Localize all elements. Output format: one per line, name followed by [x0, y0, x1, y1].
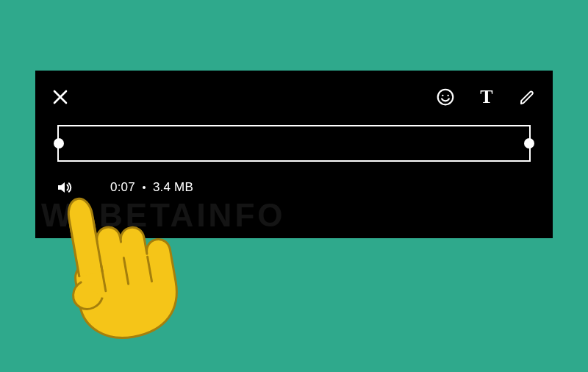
separator-dot [143, 186, 146, 189]
video-info-row: 0:07 3.4 MB [54, 178, 534, 197]
video-info-text: 0:07 3.4 MB [110, 180, 193, 195]
trim-end-handle[interactable] [524, 138, 534, 149]
emoji-icon[interactable] [435, 87, 456, 107]
editor-toolbar: T [50, 82, 538, 112]
stage: WABETAINFO [0, 0, 588, 372]
video-trim-track[interactable] [57, 125, 531, 162]
trim-start-handle[interactable] [54, 138, 64, 149]
editor-panel: WABETAINFO [35, 71, 553, 238]
draw-pencil-icon[interactable] [517, 87, 538, 107]
text-tool-icon[interactable]: T [476, 87, 497, 107]
video-file-size: 3.4 MB [153, 180, 193, 195]
svg-point-2 [438, 90, 453, 105]
sound-toggle-icon[interactable] [54, 178, 74, 197]
toolbar-left [50, 87, 71, 107]
close-icon[interactable] [50, 87, 71, 107]
toolbar-right: T [435, 87, 538, 107]
svg-point-4 [447, 95, 448, 96]
watermark-text: WABETAINFO [41, 197, 547, 234]
video-duration: 0:07 [110, 180, 135, 195]
svg-point-3 [442, 95, 443, 96]
